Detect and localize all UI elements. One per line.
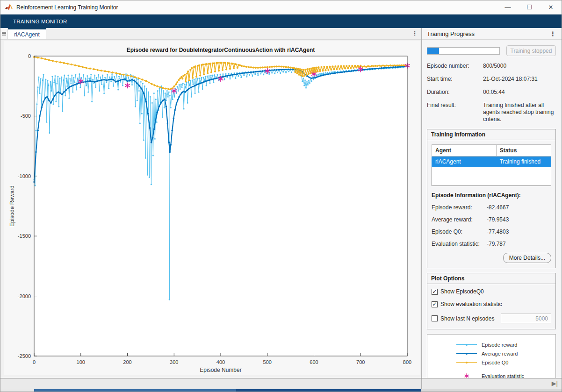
tab-list-button[interactable] xyxy=(0,28,8,39)
field-label: Duration: xyxy=(427,89,483,96)
episode-reward-chart: 01002003004005006007008000-500-1000-1500… xyxy=(4,41,420,375)
ribbon: TRAINING MONITOR xyxy=(0,14,562,28)
expand-panel-icon[interactable]: ▶| xyxy=(552,380,558,387)
field-label: Episode reward: xyxy=(432,204,487,211)
training-stopped-button[interactable]: Training stopped xyxy=(506,45,556,56)
status-bar: ▶| xyxy=(0,378,562,389)
training-information-panel: Training Information Agent Status rlACAg… xyxy=(427,129,556,268)
option-label: Show EpisodeQ0 xyxy=(440,288,484,295)
svg-text:0: 0 xyxy=(28,53,31,59)
evaluation-statistic-field: Evaluation statistic: -79.787 xyxy=(432,241,551,247)
training-progress-panel: Training Progress ⋮ Training stopped Epi… xyxy=(422,28,562,378)
show-evaluation-statistic-option: ✓ Show evaluation statistic xyxy=(432,301,551,307)
svg-text:200: 200 xyxy=(123,359,131,365)
progress-fill xyxy=(427,48,439,54)
agent-column-header: Agent xyxy=(432,145,497,157)
panel-menu-icon[interactable]: ⋮ xyxy=(548,30,558,37)
document-tab-bar: rlACAgent ⋮ xyxy=(0,28,421,40)
field-label: Episode number: xyxy=(427,63,483,70)
average-reward-field: Average reward: -79.9543 xyxy=(432,216,551,223)
option-label: Show last N episodes xyxy=(440,315,494,322)
table-empty-area xyxy=(432,167,551,186)
field-label: Average reward: xyxy=(432,216,487,223)
legend-entry-evaluation-statistic: ∗ Evaluation statistic xyxy=(427,371,555,378)
svg-text:-1500: -1500 xyxy=(18,233,31,239)
close-button[interactable]: ✕ xyxy=(540,0,562,14)
taskbar-sliver xyxy=(0,389,562,392)
show-evaluation-statistic-checkbox[interactable]: ✓ xyxy=(432,301,438,307)
field-value: 21-Oct-2024 18:07:31 xyxy=(483,76,556,83)
field-value: 00:05:44 xyxy=(483,89,556,96)
status-bar-divider xyxy=(421,378,422,389)
app-window: Reinforcement Learning Training Monitor … xyxy=(0,0,562,392)
episode-q0-line-swatch xyxy=(456,362,477,363)
legend-label: Episode reward xyxy=(482,342,517,348)
window-title: Reinforcement Learning Training Monitor xyxy=(16,4,497,11)
field-label: Final result: xyxy=(427,102,483,123)
average-reward-line-swatch xyxy=(456,353,477,354)
chart-legend: Episode reward Average reward Episode Q0… xyxy=(427,334,556,378)
svg-text:-500: -500 xyxy=(21,113,31,119)
svg-text:600: 600 xyxy=(310,359,318,365)
svg-text:400: 400 xyxy=(216,359,225,365)
svg-text:-2500: -2500 xyxy=(18,353,31,359)
episode-number-field: Episode number: 800/5000 xyxy=(427,63,556,70)
duration-field: Duration: 00:05:44 xyxy=(427,89,556,96)
field-value: 800/5000 xyxy=(483,63,556,70)
field-value: -79.787 xyxy=(487,241,551,247)
legend-label: Evaluation statistic xyxy=(482,373,524,378)
start-time-field: Start time: 21-Oct-2024 18:07:31 xyxy=(427,76,556,83)
svg-text:-1000: -1000 xyxy=(18,173,31,179)
last-n-episodes-input[interactable] xyxy=(501,314,551,323)
maximize-button[interactable]: ☐ xyxy=(519,0,540,14)
svg-text:Episode Reward: Episode Reward xyxy=(9,185,15,227)
legend-entry-average-reward: Average reward xyxy=(427,349,555,358)
final-result-field: Final result: Training finished after al… xyxy=(427,102,556,123)
matlab-logo-icon xyxy=(5,4,13,11)
field-label: Start time: xyxy=(427,76,483,83)
ribbon-tab-training-monitor[interactable]: TRAINING MONITOR xyxy=(13,19,67,24)
svg-text:100: 100 xyxy=(77,359,85,365)
training-figure: 01002003004005006007008000-500-1000-1500… xyxy=(4,41,420,375)
plot-options-panel: Plot Options ✓ Show EpisodeQ0 ✓ Show eva… xyxy=(427,273,556,329)
svg-text:800: 800 xyxy=(403,359,411,365)
document-pane: rlACAgent ⋮ 01002003004005006007008000-5… xyxy=(0,28,421,378)
svg-text:Episode reward for DoubleInteg: Episode reward for DoubleIntegratorConti… xyxy=(127,47,315,53)
tab-rlacagent[interactable]: rlACAgent xyxy=(8,28,46,39)
status-cell: Training finished xyxy=(496,157,551,167)
more-details-button[interactable]: More Details... xyxy=(503,253,551,263)
panel-header: Training Progress ⋮ xyxy=(422,28,562,40)
episode-q0-field: Episode Q0: -77.4803 xyxy=(432,228,551,235)
show-episodeq0-checkbox[interactable]: ✓ xyxy=(432,289,438,295)
svg-text:700: 700 xyxy=(356,359,365,365)
panel-title: Training Progress xyxy=(427,30,548,37)
field-label: Episode Q0: xyxy=(432,228,487,235)
field-value: -79.9543 xyxy=(487,216,551,223)
legend-label: Episode Q0 xyxy=(482,360,508,365)
show-episodeq0-option: ✓ Show EpisodeQ0 xyxy=(432,288,551,295)
table-header-row: Agent Status xyxy=(432,145,551,157)
svg-text:-2000: -2000 xyxy=(18,293,31,299)
table-row[interactable]: rlACAgent Training finished xyxy=(432,157,551,167)
evaluation-statistic-marker-swatch: ∗ xyxy=(456,373,477,378)
training-progress-bar xyxy=(427,47,500,55)
tab-overflow-icon[interactable]: ⋮ xyxy=(408,28,421,39)
status-column-header: Status xyxy=(496,145,551,157)
title-bar: Reinforcement Learning Training Monitor … xyxy=(0,0,562,14)
minimize-button[interactable]: — xyxy=(497,0,519,14)
option-label: Show evaluation statistic xyxy=(440,301,502,307)
svg-text:300: 300 xyxy=(170,359,178,365)
training-information-title: Training Information xyxy=(427,129,555,140)
field-value: -82.4667 xyxy=(487,204,551,211)
svg-text:Episode Number: Episode Number xyxy=(200,367,241,373)
plot-options-title: Plot Options xyxy=(427,273,555,284)
show-last-n-episodes-checkbox[interactable] xyxy=(432,315,438,321)
episode-info-title: Episode Information (rlACAgent): xyxy=(432,192,551,199)
field-label: Evaluation statistic: xyxy=(432,241,487,247)
episode-reward-field: Episode reward: -82.4667 xyxy=(432,204,551,211)
field-value: -77.4803 xyxy=(487,228,551,235)
show-last-n-episodes-option: Show last N episodes xyxy=(432,314,551,323)
legend-label: Average reward xyxy=(482,351,518,356)
svg-text:0: 0 xyxy=(33,359,36,365)
agent-cell: rlACAgent xyxy=(432,157,497,167)
